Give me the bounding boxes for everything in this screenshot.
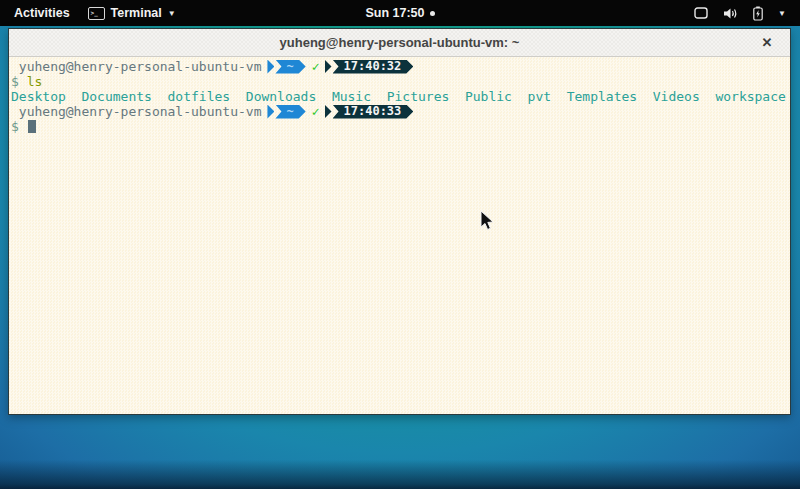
close-button[interactable]: ✕ [756,29,778,56]
terminal-app-icon: >_ [88,7,105,20]
system-menu-chevron-icon: ▼ [778,9,786,18]
top-bar: Activities >_ Terminal ▼ Sun 17:50 [0,0,800,26]
check-icon: ✓ [312,59,320,74]
ls-output-line: Desktop Documents dotfiles Downloads Mus… [11,89,790,104]
current-prompt-line: $ [11,119,790,134]
terminal-window: yuheng@henry-personal-ubuntu-vm: ~ ✕ yuh… [8,28,791,415]
powerline-arrow-icon [325,105,332,119]
powerline-arrow-icon [325,60,332,74]
prompt-line: yuheng@henry-personal-ubuntu-vm ~ ✓ 17:4… [11,59,790,74]
powerline-arrow-icon [267,60,274,74]
prompt-symbol: $ [11,74,27,89]
path-banner: ~ [275,60,305,74]
directory-listing: Desktop Documents dotfiles Downloads Mus… [11,89,786,104]
window-titlebar[interactable]: yuheng@henry-personal-ubuntu-vm: ~ ✕ [9,29,790,57]
prompt-symbol: $ [11,119,27,134]
terminal-content[interactable]: yuheng@henry-personal-ubuntu-vm ~ ✓ 17:4… [9,57,790,414]
time-banner: 17:40:33 [333,105,414,119]
terminal-cursor [28,120,36,133]
activities-button[interactable]: Activities [12,6,72,20]
desktop-background: Activities >_ Terminal ▼ Sun 17:50 [0,0,800,489]
volume-icon [723,7,738,20]
time-banner: 17:40:32 [333,60,414,74]
prompt-user: yuheng@henry-personal-ubuntu-vm [11,104,261,119]
chevron-down-icon: ▼ [168,9,176,18]
prompt-user: yuheng@henry-personal-ubuntu-vm [11,59,261,74]
prompt-line: yuheng@henry-personal-ubuntu-vm ~ ✓ 17:4… [11,104,790,119]
check-icon: ✓ [312,104,320,119]
system-tray[interactable]: ▼ [694,6,800,21]
app-menu-label: Terminal [111,6,162,20]
battery-charging-icon [753,6,763,21]
clock[interactable]: Sun 17:50 [365,6,424,20]
screen-icon [694,7,708,19]
powerline-arrow-icon [267,105,274,119]
command-line: $ ls [11,74,790,89]
path-banner: ~ [275,105,305,119]
app-menu-terminal[interactable]: >_ Terminal ▼ [88,6,176,20]
window-title: yuheng@henry-personal-ubuntu-vm: ~ [280,35,520,50]
notification-dot [430,11,435,16]
command-text: ls [27,74,43,89]
